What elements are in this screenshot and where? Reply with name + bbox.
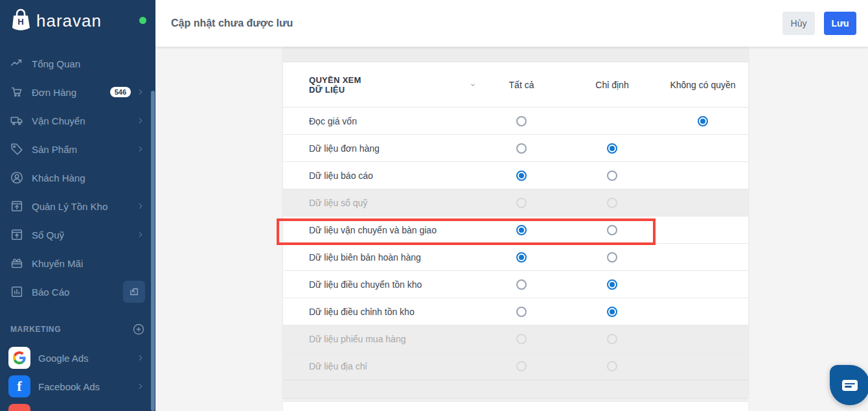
card-top-band — [283, 47, 748, 62]
add-marketing-channel-icon[interactable] — [132, 323, 145, 336]
sidebar-item-label: Số Quỹ — [32, 229, 136, 241]
sidebar-item-google-ads[interactable]: Google Ads — [0, 344, 155, 372]
marketing-section-label: MARKETING — [10, 325, 132, 334]
chat-widget-button[interactable] — [830, 365, 868, 405]
unsaved-changes-title: Cập nhật chưa được lưu — [171, 18, 782, 29]
permission-row: Dữ liệu báo cáo — [283, 162, 748, 189]
radio-assigned[interactable] — [607, 170, 617, 181]
sidebar-item-don-hang[interactable]: Đơn Hàng546 — [0, 78, 155, 106]
sidebar-item-label: Đơn Hàng — [32, 87, 110, 98]
chevron-right-icon — [136, 353, 145, 362]
sidebar-item-facebook-ads[interactable]: fFacebook Ads — [0, 372, 155, 401]
sidebar-item-van-chuyen[interactable]: Vận Chuyển — [0, 106, 155, 135]
column-header-assigned: Chỉ định — [567, 80, 657, 90]
permission-row: Dữ liệu đơn hàng — [283, 135, 748, 162]
chevron-right-icon — [136, 116, 145, 125]
sidebar-item-bao-cao[interactable]: Báo Cáo — [0, 277, 155, 306]
archive-icon — [10, 199, 24, 213]
permission-row: Dữ liệu điều chỉnh tồn kho — [283, 298, 748, 325]
facebook-ads-icon: f — [8, 375, 30, 397]
sidebar-scrollbar[interactable] — [151, 91, 155, 411]
sidebar-item-khach-hang[interactable]: Khách Hàng — [0, 163, 155, 192]
permission-label: Dữ liệu điều chuyển tồn kho — [283, 279, 476, 290]
radio-all[interactable] — [516, 143, 527, 154]
permission-row: Đọc giá vốn — [283, 108, 748, 135]
radio-all-selected[interactable] — [516, 170, 527, 181]
logo-text: haravan — [36, 11, 102, 31]
radio-assigned — [607, 198, 617, 208]
cart-icon — [10, 85, 24, 99]
sidebar-item-quan-ly-ton-kho[interactable]: Quản Lý Tồn Kho — [0, 192, 155, 220]
chevron-right-icon — [136, 382, 145, 391]
permission-row: Dữ liệu vận chuyển và bàn giao — [283, 217, 748, 244]
permission-label: Dữ liệu đơn hàng — [283, 143, 476, 154]
sidebar-item-label: Quản Lý Tồn Kho — [32, 201, 136, 212]
chevron-right-icon — [136, 230, 145, 239]
permission-row: Dữ liệu điều chuyển tồn kho — [283, 271, 748, 298]
permissions-card: QUYỀN XEM DỮ LIỆU Tất cả Chỉ định Không … — [283, 47, 748, 398]
sidebar-item-haravan-marketing[interactable]: Haravan Marketing — [0, 401, 155, 411]
radio-assigned-selected[interactable] — [607, 143, 617, 154]
haravan-bag-icon: H — [6, 6, 35, 35]
permission-row: Dữ liệu sổ quỹ — [283, 189, 748, 217]
column-header-no-permission: Không có quyền — [657, 80, 748, 90]
permission-row: Dữ liệu địa chỉ — [283, 353, 748, 380]
permission-label: Dữ liệu vận chuyển và bàn giao — [283, 225, 476, 235]
logo[interactable]: H haravan — [0, 0, 155, 41]
trend-icon — [10, 56, 24, 71]
radio-assigned — [607, 334, 617, 344]
sidebar-item-so-quy[interactable]: Số Quỹ — [0, 220, 155, 249]
radio-all[interactable] — [516, 307, 527, 317]
permission-label: Dữ liệu biên bản hoàn hàng — [283, 252, 476, 263]
chevron-right-icon — [136, 145, 145, 154]
permissions-rows: Đọc giá vốnDữ liệu đơn hàngDữ liệu báo c… — [283, 108, 748, 380]
chevron-right-icon — [136, 88, 145, 97]
google-ads-icon — [8, 347, 30, 369]
permission-label: Dữ liệu điều chỉnh tồn kho — [283, 307, 476, 317]
radio-all-selected[interactable] — [516, 225, 527, 235]
tag-icon — [10, 142, 24, 156]
archive-icon — [10, 228, 24, 242]
radio-all — [516, 334, 527, 344]
svg-text:H: H — [17, 17, 23, 27]
permission-row: Dữ liệu biên bản hoàn hàng — [283, 244, 748, 271]
permission-label: Dữ liệu sổ quỹ — [283, 198, 476, 208]
sidebar-item-label: Khách Hàng — [32, 172, 145, 183]
permission-label: Dữ liệu báo cáo — [283, 170, 476, 181]
radio-all[interactable] — [516, 279, 527, 290]
chevron-down-icon[interactable] — [470, 80, 476, 90]
save-button[interactable]: Lưu — [824, 12, 856, 35]
radio-no_permission-selected[interactable] — [698, 116, 708, 126]
radio-assigned[interactable] — [607, 225, 617, 235]
marketing-section-header: MARKETING — [0, 315, 155, 344]
sidebar-item-label: Khuyến Mãi — [32, 258, 145, 269]
radio-all-selected[interactable] — [516, 252, 527, 263]
person-icon — [10, 170, 24, 185]
sidebar-item-khuyen-mai[interactable]: Khuyến Mãi — [0, 249, 155, 277]
sidebar-item-label: Sản Phẩm — [32, 144, 136, 155]
radio-all[interactable] — [516, 116, 527, 126]
permissions-group-title: QUYỀN XEM DỮ LIỆU — [309, 75, 366, 95]
sidebar-item-tong-quan[interactable]: Tổng Quan — [0, 49, 155, 78]
column-header-all: Tất cả — [476, 80, 567, 90]
permissions-table-header: QUYỀN XEM DỮ LIỆU Tất cả Chỉ định Không … — [283, 62, 748, 108]
sidebar-item-san-pham[interactable]: Sản Phẩm — [0, 135, 155, 163]
radio-assigned-selected[interactable] — [607, 307, 617, 317]
radio-assigned[interactable] — [607, 252, 617, 263]
unsaved-changes-bar: Cập nhật chưa được lưu Hủy Lưu — [155, 0, 868, 47]
sidebar-marketing-nav: Google AdsfFacebook AdsHaravan Marketing — [0, 344, 155, 411]
radio-all — [516, 361, 527, 371]
chart-icon — [10, 285, 24, 299]
permission-label: Dữ liệu phiếu mua hàng — [283, 334, 476, 344]
radio-assigned-selected[interactable] — [607, 279, 617, 290]
chevron-right-icon — [136, 202, 145, 211]
sidebar-item-label: Facebook Ads — [38, 381, 136, 392]
haravan-marketing-icon — [8, 404, 30, 411]
card-bottom-band — [283, 380, 748, 398]
sidebar-nav: Tổng QuanĐơn Hàng546Vận ChuyểnSản PhẩmKh… — [0, 49, 155, 306]
open-reports-button[interactable] — [123, 281, 145, 303]
next-card-edge — [283, 402, 748, 411]
cancel-button[interactable]: Hủy — [782, 12, 815, 35]
radio-assigned — [607, 361, 617, 371]
chat-icon — [842, 380, 858, 391]
